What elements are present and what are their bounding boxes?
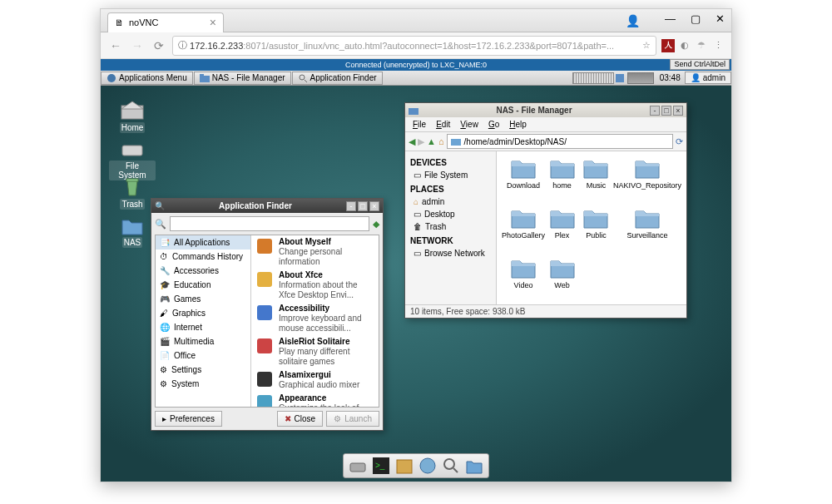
app-item[interactable]: AisleRiot SolitairePlay many different s…: [251, 335, 379, 368]
desktop-icon-nas[interactable]: NAS: [109, 214, 156, 248]
app-item[interactable]: About XfceInformation about the Xfce Des…: [251, 269, 379, 302]
menu-help[interactable]: Help: [505, 119, 531, 130]
close-button[interactable]: ✕: [716, 12, 725, 25]
dock-files-icon[interactable]: [395, 457, 414, 475]
taskbar-item-filemanager[interactable]: NAS - File Manager: [194, 72, 291, 85]
browser-tab[interactable]: 🗎 noVNC ×: [107, 12, 224, 32]
forward-button[interactable]: ▶: [418, 136, 424, 147]
extension-icon[interactable]: 人: [661, 39, 675, 52]
url-input[interactable]: ⓘ 172.16.2.233 :8071/asustor_linux/vnc_a…: [172, 36, 656, 56]
folder-item[interactable]: Music: [579, 156, 613, 206]
folder-item[interactable]: Web: [545, 256, 579, 304]
sidebar-item-desktop[interactable]: ▭Desktop: [410, 208, 491, 220]
profile-icon[interactable]: 👤: [626, 14, 640, 27]
minimize-button[interactable]: —: [665, 12, 676, 25]
launch-button[interactable]: ⚙ Launch: [326, 411, 379, 427]
folder-item[interactable]: Video: [502, 256, 545, 304]
remote-desktop[interactable]: Home File System Trash NAS 🔍 Application…: [101, 86, 731, 482]
category-item[interactable]: ⚙System: [156, 377, 250, 391]
sidebar-item-admin[interactable]: ⌂admin: [410, 195, 491, 208]
category-icon: 🔧: [160, 266, 170, 275]
user-menu[interactable]: 👤 admin: [685, 72, 731, 84]
category-item[interactable]: 📑All Applications: [156, 235, 250, 250]
dock-search-icon[interactable]: [442, 457, 460, 475]
path-input[interactable]: /home/admin/Desktop/NAS/: [447, 134, 673, 149]
up-button[interactable]: ▲: [427, 136, 436, 146]
dock-drive-icon[interactable]: [349, 457, 367, 475]
app-item[interactable]: AppearanceCustomize the look of your des…: [251, 392, 379, 407]
menu-edit[interactable]: Edit: [432, 119, 454, 130]
menu-go[interactable]: Go: [484, 119, 503, 130]
category-icon: 📄: [160, 351, 170, 360]
folder-view[interactable]: DownloadhomeMusicNAKIVO_RepositoryPhotoG…: [497, 151, 686, 304]
dock-folder-icon[interactable]: [465, 457, 483, 475]
go-icon[interactable]: ◆: [373, 219, 379, 230]
folder-item[interactable]: NAKIVO_Repository: [613, 156, 681, 206]
folder-icon: [547, 256, 577, 279]
maximize-button[interactable]: □: [358, 201, 368, 211]
app-item[interactable]: About MyselfChange personal information: [251, 235, 379, 269]
desktop-icon-filesystem[interactable]: File System: [109, 137, 156, 180]
drive-icon: ▭: [414, 170, 421, 180]
desktop-icon-home[interactable]: Home: [109, 99, 156, 133]
sidebar-header-places: PLACES: [410, 185, 491, 194]
reload-button[interactable]: ⟳: [151, 37, 167, 54]
folder-icon: [508, 206, 538, 230]
folder-item[interactable]: Surveillance: [613, 206, 681, 256]
svg-rect-2: [200, 74, 204, 77]
desktop-icon-trash[interactable]: Trash: [109, 175, 156, 210]
category-item[interactable]: 🎓Education: [156, 278, 250, 292]
app-item[interactable]: AccessibilityImprove keyboard and mouse …: [251, 302, 379, 335]
back-button[interactable]: ◀: [409, 136, 415, 147]
category-item[interactable]: 🌐Internet: [156, 320, 250, 334]
back-button[interactable]: ←: [107, 37, 124, 54]
close-button[interactable]: ✖ Close: [277, 411, 324, 427]
category-item[interactable]: ⚙Settings: [156, 363, 250, 377]
home-button[interactable]: ⌂: [438, 136, 444, 146]
menu-view[interactable]: View: [456, 119, 483, 130]
extension-icon[interactable]: ☂: [695, 39, 708, 52]
menu-file[interactable]: File: [409, 119, 430, 130]
app-icon: [255, 393, 274, 407]
taskbar-item-appfinder[interactable]: Application Finder: [292, 72, 383, 85]
app-icon: [255, 370, 274, 388]
close-button[interactable]: ×: [673, 106, 683, 116]
close-button[interactable]: ×: [369, 201, 379, 211]
forward-button[interactable]: →: [129, 37, 146, 54]
app-item[interactable]: AlsamixerguiGraphical audio mixer: [251, 368, 379, 392]
category-item[interactable]: 🎬Multimedia: [156, 334, 250, 348]
applications-menu-button[interactable]: Applications Menu: [101, 72, 193, 85]
reload-button[interactable]: ⟳: [676, 136, 683, 147]
folder-item[interactable]: Download: [502, 156, 545, 206]
folder-item[interactable]: PhotoGallery: [502, 206, 545, 256]
close-tab-icon[interactable]: ×: [210, 16, 216, 29]
appfinder-search-input[interactable]: [170, 216, 369, 231]
folder-item[interactable]: Plex: [545, 206, 579, 256]
minimize-button[interactable]: -: [650, 106, 660, 116]
menu-icon[interactable]: ⋮: [711, 39, 725, 52]
send-ctrlaltdel-button[interactable]: Send CtrlAltDel: [670, 59, 730, 70]
remote-taskbar: Applications Menu NAS - File Manager App…: [101, 71, 731, 86]
titlebar[interactable]: NAS - File Manager - □ ×: [405, 103, 686, 117]
category-item[interactable]: 🎮Games: [156, 292, 250, 306]
titlebar[interactable]: 🔍 Application Finder - □ ×: [151, 199, 383, 213]
extension-icon[interactable]: ◐: [678, 39, 691, 52]
bookmark-icon[interactable]: ☆: [642, 40, 651, 51]
category-item[interactable]: 🔧Accessories: [156, 264, 250, 278]
maximize-button[interactable]: ▢: [691, 12, 701, 25]
sidebar-item-trash[interactable]: 🗑Trash: [410, 220, 491, 233]
dock-web-icon[interactable]: [418, 457, 437, 475]
category-item[interactable]: ⏱Commands History: [156, 250, 250, 264]
folder-item[interactable]: Public: [579, 206, 613, 256]
folder-item[interactable]: home: [545, 156, 579, 206]
category-item[interactable]: 🖌Graphics: [156, 306, 250, 320]
preferences-button[interactable]: ▸ Preferences: [155, 411, 222, 427]
tray-icon[interactable]: [614, 72, 626, 84]
dock-terminal-icon[interactable]: >_: [372, 457, 390, 475]
sidebar-item-filesystem[interactable]: ▭File System: [410, 169, 491, 181]
tab-title: noVNC: [129, 17, 158, 27]
sidebar-item-browse-network[interactable]: ▭Browse Network: [410, 247, 491, 259]
minimize-button[interactable]: -: [346, 201, 356, 211]
category-item[interactable]: 📄Office: [156, 348, 250, 363]
maximize-button[interactable]: □: [661, 106, 671, 116]
